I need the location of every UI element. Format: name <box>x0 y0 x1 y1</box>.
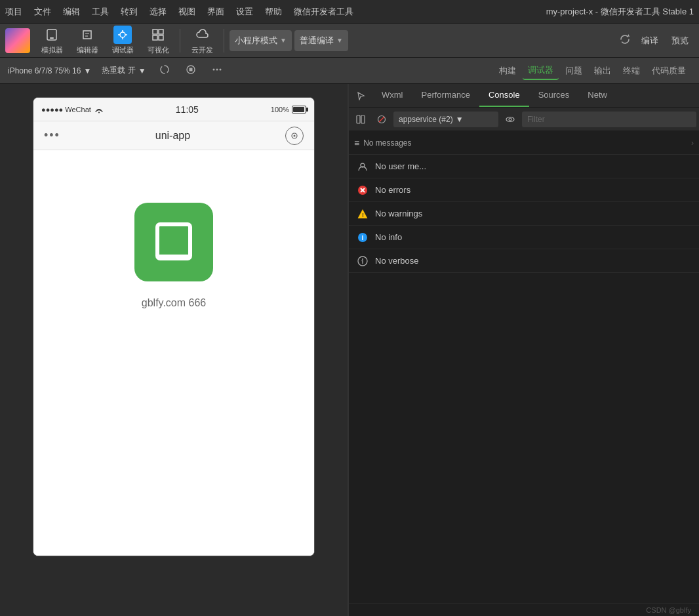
main-toolbar: 模拟器 编辑器 调试器 可视化 <box>0 24 699 58</box>
scan-icon[interactable] <box>285 127 304 145</box>
eye-icon[interactable] <box>501 110 519 129</box>
editor-label: 编辑器 <box>77 45 98 55</box>
hotreload-arrow: ▼ <box>138 66 146 75</box>
console-stop-icon[interactable] <box>372 110 391 129</box>
phone-mockup: ●●●●● WeChat 11:05 100% ••• u <box>33 97 315 556</box>
toolbar-sep2 <box>224 29 224 52</box>
menu-item-wechat-devtools[interactable]: 微信开发者工具 <box>294 6 353 18</box>
context-selector[interactable]: appservice (#2) ▼ <box>393 112 498 127</box>
menu-item-view[interactable]: 视图 <box>178 6 195 18</box>
simulator-button[interactable]: 模拟器 <box>35 23 68 58</box>
nav-dots[interactable]: ••• <box>44 129 60 142</box>
filter-icon: ≡ <box>354 138 359 148</box>
error-icon <box>357 184 369 196</box>
tab-performance[interactable]: Performance <box>412 84 479 107</box>
console-sub-tabs: Wxml Performance Console Sources Netw <box>349 84 699 108</box>
msg-no-info[interactable]: i No info <box>349 226 699 249</box>
user-msg-icon <box>357 161 369 173</box>
svg-rect-16 <box>157 255 190 258</box>
phone-status-bar: ●●●●● WeChat 11:05 100% <box>33 98 314 121</box>
nav-item-terminal[interactable]: 终端 <box>618 62 645 79</box>
filter-label: No messages <box>363 138 411 148</box>
msg-no-user[interactable]: No user me... <box>349 155 699 178</box>
svg-point-14 <box>294 134 296 136</box>
msg-no-errors-text: No errors <box>375 185 410 195</box>
more-icon[interactable] <box>209 63 225 79</box>
visualizer-label: 可视化 <box>148 45 169 55</box>
refresh-icon[interactable] <box>616 32 633 49</box>
phone-content: gblfy.com 666 <box>33 150 314 556</box>
visualizer-button[interactable]: 可视化 <box>142 23 174 58</box>
hotreload-label: 热重载 开 <box>102 65 135 76</box>
tab-network[interactable]: Netw <box>578 84 616 107</box>
tab-wxml[interactable]: Wxml <box>372 84 412 107</box>
phone-battery: 100% <box>271 106 306 113</box>
mode-selector[interactable]: 小程序模式 ▼ <box>230 30 292 51</box>
compile-actions: 编译 预览 <box>616 32 694 49</box>
compile-mode-selector[interactable]: 普通编译 ▼ <box>294 30 348 51</box>
svg-line-20 <box>379 117 384 122</box>
svg-point-9 <box>212 68 214 70</box>
verbose-icon <box>357 255 369 267</box>
device-selector[interactable]: iPhone 6/7/8 75% 16 ▼ <box>8 66 91 75</box>
menu-item-file[interactable]: 文件 <box>34 6 51 18</box>
compile-button[interactable]: 编译 <box>636 32 664 49</box>
phone-time: 11:05 <box>176 104 199 115</box>
svg-point-12 <box>98 112 100 113</box>
context-arrow: ▼ <box>456 115 464 124</box>
menu-item-interface[interactable]: 界面 <box>207 6 224 18</box>
msg-no-warnings[interactable]: ! No warnings <box>349 202 699 226</box>
svg-rect-3 <box>153 30 157 34</box>
menu-item-goto[interactable]: 转到 <box>121 6 138 18</box>
cloud-label: 云开发 <box>191 45 213 55</box>
main-content: ●●●●● WeChat 11:05 100% ••• u <box>0 84 699 616</box>
menu-item-select[interactable]: 选择 <box>150 6 167 18</box>
preview-button[interactable]: 预览 <box>666 32 694 49</box>
app-subtitle: gblfy.com 666 <box>142 297 206 309</box>
msg-no-verbose[interactable]: No verbose <box>349 249 699 273</box>
mode-arrow: ▼ <box>280 37 287 44</box>
filter-input[interactable] <box>522 112 696 127</box>
menu-item-help[interactable]: 帮助 <box>265 6 282 18</box>
footer-text: CSDN @gblfy <box>646 606 691 614</box>
device-arrow: ▼ <box>83 66 91 75</box>
secondary-toolbar: iPhone 6/7/8 75% 16 ▼ 热重载 开 ▼ 构建 调试器 问题 … <box>0 58 699 84</box>
rotate-icon[interactable] <box>157 63 172 79</box>
nav-item-output[interactable]: 输出 <box>589 62 616 79</box>
cloud-button[interactable]: 云开发 <box>186 23 218 58</box>
editor-button[interactable]: 编辑器 <box>71 23 104 58</box>
nav-item-code-quality[interactable]: 代码质量 <box>647 62 691 79</box>
phone-nav-bar: ••• uni-app <box>33 121 314 150</box>
menu-item-edit[interactable]: 编辑 <box>63 6 80 18</box>
toolbar-sep1 <box>180 29 180 52</box>
filter-row[interactable]: ≡ No messages › <box>349 131 699 155</box>
phone-app-title: uni-app <box>155 130 190 142</box>
svg-rect-4 <box>159 30 163 34</box>
menu-item-tools[interactable]: 工具 <box>92 6 109 18</box>
console-sidebar-icon[interactable] <box>351 110 370 129</box>
hotreload-button[interactable]: 热重载 开 ▼ <box>102 65 146 76</box>
msg-no-errors[interactable]: No errors <box>349 178 699 202</box>
footer: CSDN @gblfy <box>349 603 699 616</box>
cloud-icon <box>193 26 211 44</box>
stop-icon[interactable] <box>183 63 199 79</box>
tab-console[interactable]: Console <box>479 84 529 107</box>
nav-item-issues[interactable]: 问题 <box>560 62 588 79</box>
uni-app-logo <box>134 203 213 281</box>
devtools-panel: Wxml Performance Console Sources Netw <box>348 84 699 616</box>
debugger-button[interactable]: 调试器 <box>106 23 139 58</box>
svg-rect-5 <box>153 35 157 40</box>
menu-item-project[interactable]: 项目 <box>5 6 22 18</box>
editor-icon <box>78 26 96 44</box>
signal-text: ●●●●● WeChat <box>41 106 91 113</box>
nav-item-debugger[interactable]: 调试器 <box>523 62 559 80</box>
menu-item-settings[interactable]: 设置 <box>236 6 253 18</box>
tab-sources[interactable]: Sources <box>529 84 579 107</box>
cursor-icon[interactable] <box>349 83 372 109</box>
warning-icon: ! <box>357 208 369 220</box>
compile-mode-arrow: ▼ <box>336 37 343 44</box>
svg-rect-15 <box>157 224 190 258</box>
expand-arrow: › <box>691 138 694 148</box>
nav-item-build[interactable]: 构建 <box>494 62 521 79</box>
simulator-label: 模拟器 <box>41 45 63 55</box>
